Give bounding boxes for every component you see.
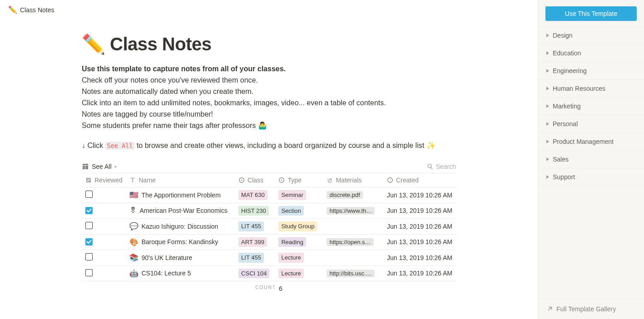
table-row[interactable]: 🎖American Post-War EconomicsHIST 230Sect… (82, 203, 456, 219)
triangle-right-icon (546, 69, 549, 73)
intro-bold: Use this template to capture notes from … (82, 65, 286, 73)
see-all-hint: ↓ Click See All to browse and create oth… (82, 140, 456, 151)
use-template-button[interactable]: Use This Template (545, 6, 637, 21)
type-tag: Reading (278, 237, 306, 247)
material-link[interactable]: https://open.s… (327, 238, 373, 246)
table-row[interactable]: 🇺🇸The Apportionment ProblemMAT 630Semina… (82, 187, 456, 203)
created-date: Jun 13, 2019 10:26 AM (383, 234, 456, 250)
category-label: Sales (553, 156, 569, 163)
sidebar-category[interactable]: Marketing (538, 98, 644, 115)
class-tag: LIT 455 (238, 221, 264, 231)
count-label: COUNT (255, 285, 276, 292)
sidebar-category[interactable]: Support (538, 168, 644, 186)
sidebar-category[interactable]: Education (538, 44, 644, 62)
note-title: Baroque Forms: Kandinsky (141, 238, 218, 245)
see-all-prefix: ↓ Click (82, 142, 105, 149)
class-tag: ART 399 (238, 237, 267, 247)
search-button[interactable]: Search (427, 163, 456, 170)
note-title: The Apportionment Problem (141, 191, 220, 199)
see-all-suffix: to browse and create other views, includ… (134, 142, 435, 149)
category-label: Human Resources (553, 85, 605, 92)
sidebar-category[interactable]: Personal (538, 115, 644, 133)
intro-line: Click into an item to add unlimited note… (82, 98, 456, 108)
triangle-right-icon (546, 122, 549, 126)
type-tag: Section (278, 206, 303, 216)
reviewed-checkbox[interactable] (85, 253, 93, 260)
attachment-icon (327, 177, 333, 183)
created-date: Jun 13, 2019 10:26 AM (383, 265, 456, 281)
material-link[interactable]: https://www.th… (327, 207, 375, 215)
reviewed-checkbox[interactable] (85, 238, 93, 245)
select-icon (238, 177, 245, 183)
sidebar-category[interactable]: Human Resources (538, 80, 644, 98)
pencil-icon: ✏️ (82, 33, 105, 55)
chevron-down-icon: ▾ (114, 164, 117, 169)
class-tag: LIT 455 (238, 253, 264, 263)
breadcrumb[interactable]: ✏️ Class Notes (0, 0, 538, 20)
type-tag: Study Group (278, 221, 317, 231)
col-class: Class (248, 177, 263, 184)
category-label: Education (553, 49, 581, 57)
sidebar-category[interactable]: Design (538, 26, 644, 44)
row-emoji-icon: 🇺🇸 (129, 191, 139, 199)
sidebar-category[interactable]: Product Management (538, 133, 644, 151)
category-label: Support (553, 173, 575, 181)
view-name: See All (92, 163, 112, 170)
category-label: Marketing (553, 103, 580, 110)
sidebar-category[interactable]: Engineering (538, 62, 644, 80)
row-emoji-icon: 🎨 (129, 238, 139, 246)
gallery-label: Full Template Gallery (556, 305, 616, 313)
material-link[interactable]: discrete.pdf (327, 191, 362, 199)
row-emoji-icon: 🎖 (129, 206, 137, 215)
intro-line: Notes are automatically dated when you c… (82, 86, 456, 97)
search-label: Search (436, 163, 456, 170)
note-title: American Post-War Economics (139, 207, 227, 214)
triangle-right-icon (546, 87, 549, 90)
note-title: CS104: Lecture 5 (141, 270, 191, 277)
sidebar: Use This Template DesignEducationEnginee… (538, 0, 644, 319)
triangle-right-icon (546, 51, 549, 55)
triangle-right-icon (546, 140, 549, 143)
notes-table: Reviewed Name Class Type Materials Creat… (82, 173, 456, 281)
table-row[interactable]: 🎨Baroque Forms: KandinskyART 399Readingh… (82, 234, 456, 250)
intro-line: Check off your notes once you've reviewe… (82, 75, 456, 86)
material-link[interactable]: http://bits.usc.… (327, 270, 374, 277)
table-row[interactable]: 💬Kazuo Ishiguro: DiscussionLIT 455Study … (82, 219, 456, 235)
count-value: 6 (279, 285, 282, 292)
reviewed-checkbox[interactable] (85, 207, 93, 214)
intro-line: Notes are tagged by course title/number! (82, 109, 456, 120)
type-tag: Lecture (278, 253, 303, 263)
table-icon (82, 163, 89, 170)
col-reviewed: Reviewed (94, 177, 122, 184)
reviewed-checkbox[interactable] (85, 191, 93, 198)
triangle-right-icon (546, 104, 549, 108)
type-tag: Seminar (278, 190, 306, 200)
full-gallery-link[interactable]: Full Template Gallery (538, 299, 644, 319)
category-label: Personal (553, 120, 578, 128)
page-title: Class Notes (110, 34, 211, 54)
table-row[interactable]: 🤖CS104: Lecture 5CSCI 104Lecturehttp://b… (82, 265, 456, 281)
row-emoji-icon: 🤖 (129, 269, 139, 278)
search-icon (427, 163, 433, 170)
page-header: ✏️ Class Notes (82, 33, 456, 55)
table-row[interactable]: 📚90's UK LiteratureLIT 455LectureJun 13,… (82, 250, 456, 266)
col-created: Created (396, 177, 419, 184)
triangle-right-icon (546, 175, 549, 179)
text-icon (129, 177, 136, 183)
see-all-code: See All (105, 142, 135, 150)
note-title: Kazuo Ishiguro: Discussion (141, 223, 218, 230)
class-tag: HIST 230 (238, 206, 269, 216)
reviewed-checkbox[interactable] (85, 222, 93, 229)
note-title: 90's UK Literature (141, 254, 192, 261)
external-link-icon (546, 306, 553, 312)
row-emoji-icon: 💬 (129, 222, 139, 231)
type-tag: Lecture (278, 269, 303, 279)
reviewed-checkbox[interactable] (85, 269, 93, 276)
category-label: Engineering (553, 67, 587, 74)
view-switcher[interactable]: See All ▾ (82, 163, 117, 170)
class-tag: CSCI 104 (238, 269, 269, 279)
sidebar-category[interactable]: Sales (538, 151, 644, 168)
created-date: Jun 13, 2019 10:26 AM (383, 250, 456, 266)
checkbox-icon (85, 177, 92, 183)
category-label: Design (553, 32, 573, 39)
